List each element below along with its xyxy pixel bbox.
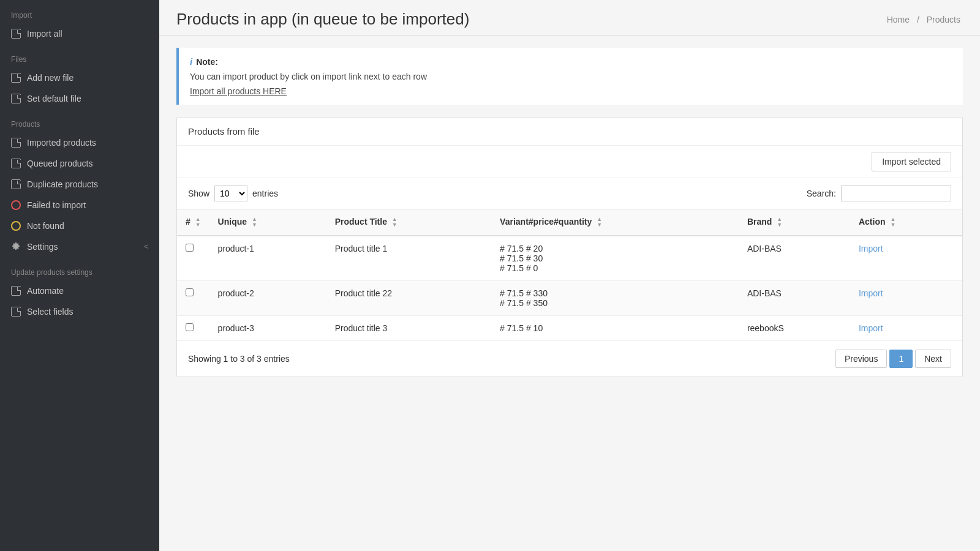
variant-line: # 71.5 # 350 xyxy=(500,298,730,308)
search-box: Search: xyxy=(807,186,951,201)
import-action-link[interactable]: Import xyxy=(859,288,883,298)
sidebar-item-select-fields[interactable]: Select fields xyxy=(0,301,159,322)
sidebar-item-label: Failed to import xyxy=(27,200,86,210)
sidebar-section-import: Import xyxy=(0,0,159,23)
table-row: product-3Product title 3# 71.5 # 10reebo… xyxy=(177,316,962,341)
breadcrumb-home[interactable]: Home xyxy=(887,15,910,24)
sidebar-item-settings[interactable]: Settings< xyxy=(0,236,159,257)
note-box: i Note: You can import product by click … xyxy=(176,48,963,105)
sidebar-item-label: Add new file xyxy=(27,73,74,83)
pagination: Previous 1 Next xyxy=(835,350,951,368)
circle-red-icon xyxy=(11,200,21,210)
doc-icon xyxy=(11,94,21,103)
variant-line: # 71.5 # 10 xyxy=(500,323,730,333)
section-toolbar: Import selected xyxy=(177,146,962,178)
doc-icon xyxy=(11,29,21,39)
row-checkbox[interactable] xyxy=(186,244,194,252)
import-action-link[interactable]: Import xyxy=(859,244,883,253)
sidebar-item-label: Automate xyxy=(27,286,64,296)
sidebar-item-duplicate-products[interactable]: Duplicate products xyxy=(0,174,159,195)
next-button[interactable]: Next xyxy=(915,350,951,368)
row-unique: product-3 xyxy=(209,316,326,341)
content-area: i Note: You can import product by click … xyxy=(159,36,980,551)
table-controls: Show 102550100 entries Search: xyxy=(177,178,962,209)
sidebar-section-files: Files xyxy=(0,44,159,67)
col-variant: Variant#price#quantity ▲▼ xyxy=(491,209,739,236)
row-brand: ADI-BAS xyxy=(739,281,850,316)
sidebar-item-failed-to-import[interactable]: Failed to import xyxy=(0,195,159,216)
breadcrumb-current[interactable]: Products xyxy=(927,15,960,24)
table-row: product-1Product title 1# 71.5 # 20# 71.… xyxy=(177,236,962,281)
row-variants: # 71.5 # 330# 71.5 # 350 xyxy=(491,281,739,316)
row-brand: ADI-BAS xyxy=(739,236,850,281)
sidebar-item-import-all[interactable]: Import all xyxy=(0,23,159,44)
breadcrumb: Home / Products xyxy=(884,15,963,24)
row-variants: # 71.5 # 10 xyxy=(491,316,739,341)
search-label: Search: xyxy=(807,189,836,198)
doc-icon xyxy=(11,179,21,189)
table-row: product-2Product title 22# 71.5 # 330# 7… xyxy=(177,281,962,316)
row-action-cell: Import xyxy=(850,316,962,341)
page-header: Products in app (in queue to be imported… xyxy=(159,0,980,36)
doc-icon xyxy=(11,138,21,148)
page-title: Products in app (in queue to be imported… xyxy=(176,10,469,29)
chevron-icon: < xyxy=(144,242,148,251)
sidebar-item-automate[interactable]: Automate xyxy=(0,280,159,301)
row-product-title: Product title 3 xyxy=(326,316,491,341)
row-action-cell: Import xyxy=(850,281,962,316)
entries-select[interactable]: 102550100 xyxy=(214,186,247,201)
show-entries: Show 102550100 entries xyxy=(188,186,278,201)
sidebar-item-label: Select fields xyxy=(27,307,73,317)
col-num: # ▲▼ xyxy=(177,209,209,236)
row-checkbox-cell xyxy=(177,281,209,316)
col-action: Action ▲▼ xyxy=(850,209,962,236)
row-brand: reebookS xyxy=(739,316,850,341)
variant-line: # 71.5 # 20 xyxy=(500,244,730,253)
table-body: product-1Product title 1# 71.5 # 20# 71.… xyxy=(177,236,962,341)
products-section: Products from file Import selected Show … xyxy=(176,117,963,377)
sidebar-item-label: Settings xyxy=(27,242,58,252)
search-input[interactable] xyxy=(841,186,951,201)
sidebar-item-label: Import all xyxy=(27,29,62,39)
variant-line: # 71.5 # 30 xyxy=(500,253,730,263)
note-title: i Note: xyxy=(190,56,952,67)
sidebar-item-label: Set default file xyxy=(27,94,81,103)
show-label: Show xyxy=(188,189,209,198)
note-text: You can import product by click on impor… xyxy=(190,72,952,81)
import-all-link[interactable]: Import all products HERE xyxy=(190,86,287,96)
row-action-cell: Import xyxy=(850,236,962,281)
breadcrumb-sep: / xyxy=(917,15,919,24)
import-selected-button[interactable]: Import selected xyxy=(872,152,951,171)
doc-icon xyxy=(11,286,21,296)
page-1-button[interactable]: 1 xyxy=(889,350,913,368)
sidebar-item-label: Duplicate products xyxy=(27,179,98,189)
row-product-title: Product title 22 xyxy=(326,281,491,316)
col-unique: Unique ▲▼ xyxy=(209,209,326,236)
sidebar-item-queued-products[interactable]: Queued products xyxy=(0,153,159,174)
doc-icon xyxy=(11,159,21,168)
previous-button[interactable]: Previous xyxy=(835,350,887,368)
col-product-title: Product Title ▲▼ xyxy=(326,209,491,236)
doc-icon xyxy=(11,307,21,317)
import-action-link[interactable]: Import xyxy=(859,323,883,333)
row-unique: product-2 xyxy=(209,281,326,316)
sidebar: ImportImport allFilesAdd new fileSet def… xyxy=(0,0,159,551)
row-checkbox[interactable] xyxy=(186,288,194,296)
sidebar-item-add-new-file[interactable]: Add new file xyxy=(0,67,159,88)
doc-icon xyxy=(11,73,21,83)
sidebar-item-label: Queued products xyxy=(27,159,92,168)
sidebar-item-set-default-file[interactable]: Set default file xyxy=(0,88,159,109)
row-checkbox[interactable] xyxy=(186,323,194,331)
sidebar-item-not-found[interactable]: Not found xyxy=(0,216,159,236)
note-link: Import all products HERE xyxy=(190,86,952,96)
circle-yellow-icon xyxy=(11,221,21,231)
info-icon: i xyxy=(190,56,192,67)
sidebar-section-products: Products xyxy=(0,109,159,132)
gear-icon xyxy=(11,242,21,252)
sidebar-item-imported-products[interactable]: Imported products xyxy=(0,132,159,153)
col-brand: Brand ▲▼ xyxy=(739,209,850,236)
main-content: Products in app (in queue to be imported… xyxy=(159,0,980,551)
sidebar-item-label: Imported products xyxy=(27,138,96,148)
section-header: Products from file xyxy=(177,118,962,146)
row-unique: product-1 xyxy=(209,236,326,281)
